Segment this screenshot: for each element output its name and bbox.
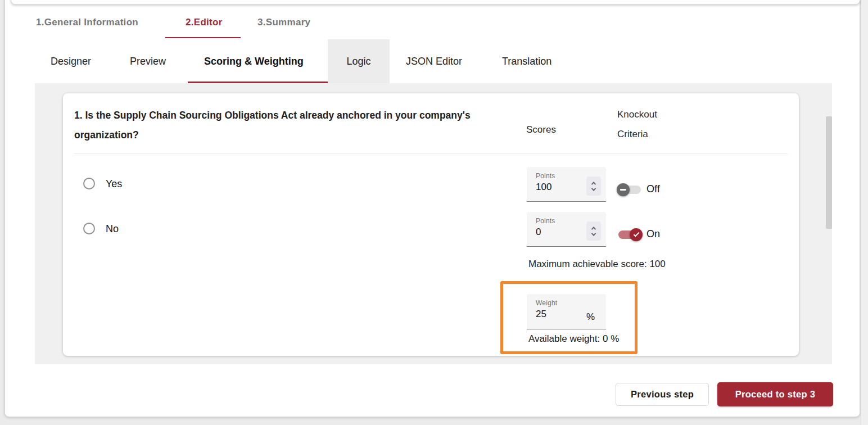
tab-json-editor[interactable]: JSON Editor [406,56,462,67]
weight-input[interactable] [536,307,576,320]
available-weight-text: Available weight: 0 % [528,333,619,345]
chevron-down-icon[interactable] [591,186,596,191]
points-field-yes[interactable]: Points [527,167,606,202]
option-no-label: No [106,223,119,235]
chevron-up-icon[interactable] [591,227,596,231]
page-scrollbar-track[interactable] [861,0,868,425]
radio-option-no[interactable] [83,223,95,234]
divider [74,153,788,154]
question-card: 1. Is the Supply Chain Sourcing Obligati… [63,93,799,356]
tab-preview[interactable]: Preview [130,56,166,67]
points-stepper-no[interactable] [586,221,601,241]
tab-logic[interactable]: Logic [328,39,390,83]
toggle-thumb[interactable] [617,183,630,196]
points-stepper-yes[interactable] [586,177,601,196]
scoring-panel: 1. Is the Supply Chain Sourcing Obligati… [35,83,832,364]
chevron-up-icon[interactable] [591,182,596,186]
question-title: 1. Is the Supply Chain Sourcing Obligati… [74,106,524,145]
tab-scoring-weighting[interactable]: Scoring & Weighting [204,56,304,67]
column-header-knockout-criteria: Knockout Criteria [617,105,673,144]
toggle-thumb[interactable] [630,228,643,241]
points-field-no[interactable]: Points [527,212,606,247]
percent-suffix: % [586,311,595,323]
knockout-toggle-no[interactable] [618,230,641,239]
previous-step-button[interactable]: Previous step [616,383,709,406]
check-icon [633,231,639,237]
step-general-information[interactable]: 1.General Information [36,17,138,28]
tab-translation[interactable]: Translation [502,56,551,67]
radio-option-yes[interactable] [83,178,95,189]
active-step-indicator [165,37,241,38]
tab-designer[interactable]: Designer [51,56,91,67]
points-input-no[interactable] [536,225,576,238]
tab-logic-label: Logic [346,56,370,67]
step-editor[interactable]: 2.Editor [186,17,223,28]
step-summary[interactable]: 3.Summary [257,17,310,28]
points-input-yes[interactable] [536,180,576,193]
column-header-scores: Scores [526,124,556,135]
knockout-toggle-yes[interactable] [618,186,641,194]
option-yes-label: Yes [106,178,122,190]
minus-icon [620,189,626,191]
weight-field[interactable]: Weight % [527,294,606,329]
proceed-to-step-3-button[interactable]: Proceed to step 3 [717,382,833,406]
weight-field-label: Weight [536,299,606,307]
panel-scrollbar-thumb[interactable] [826,116,832,229]
knockout-state-yes: Off [647,183,660,195]
knockout-state-no: On [647,228,660,240]
chevron-down-icon[interactable] [591,231,596,236]
max-achievable-score-text: Maximum achievable score: 100 [528,259,666,270]
